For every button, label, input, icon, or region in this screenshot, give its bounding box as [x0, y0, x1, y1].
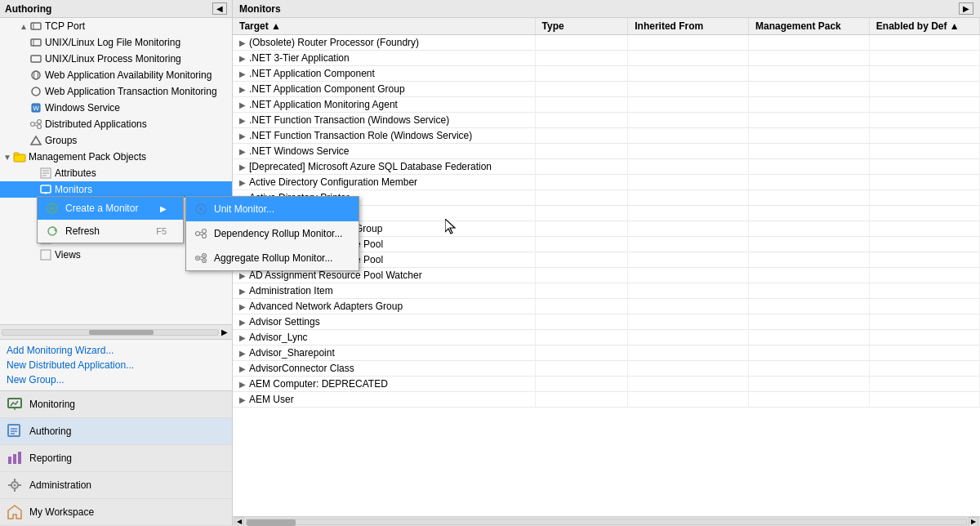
tree-item-distributed-apps[interactable]: ▶ Distributed Applications	[0, 116, 232, 132]
svg-rect-39	[13, 454, 16, 464]
cell-mgmt	[749, 128, 870, 144]
table-row[interactable]: ▶.NET Application Component	[233, 66, 980, 82]
cell-inherited	[628, 66, 749, 82]
svg-rect-38	[8, 457, 11, 464]
tree-item-tcp-port[interactable]: ▲ TCP Port	[0, 18, 232, 34]
sidebar-collapse-btn[interactable]: ◀	[212, 2, 227, 15]
new-distributed-application-link[interactable]: New Distributed Application...	[7, 358, 225, 372]
cell-type	[535, 113, 628, 128]
table-row[interactable]: ▶.NET Application Component Group	[233, 82, 980, 97]
tree-label-tcp-port: TCP Port	[45, 20, 85, 32]
cell-enabled	[869, 283, 979, 299]
horizontal-scrollbar[interactable]: ◀ ▶	[233, 516, 980, 526]
tree-item-windows-service[interactable]: ▶ W Windows Service	[0, 100, 232, 116]
sidebar-footer: Add Monitoring Wizard... New Distributed…	[0, 340, 232, 390]
col-header-mgmt[interactable]: Management Pack	[749, 18, 870, 35]
scroll-right-btn2[interactable]: ▶	[969, 517, 978, 527]
col-header-type[interactable]: Type	[535, 18, 628, 35]
table-row[interactable]: ▶.NET Windows Service	[233, 144, 980, 159]
svg-line-62	[200, 256, 203, 257]
tree-label-views: Views	[55, 249, 81, 261]
svg-point-5	[32, 71, 40, 79]
context-menu-item-create-monitor[interactable]: Create a Monitor ▶	[38, 197, 183, 220]
tree-item-web-availability[interactable]: ▶ Web Application Availability Monitorin…	[0, 67, 232, 83]
tree-item-monitors[interactable]: ▶ Monitors	[0, 181, 232, 198]
cell-mgmt	[749, 283, 870, 299]
cell-enabled	[869, 51, 979, 66]
cell-target: ▶AEM Computer: DEPRECATED	[233, 377, 535, 392]
svg-rect-22	[41, 185, 51, 193]
cell-inherited	[628, 35, 749, 51]
cell-inherited	[628, 221, 749, 237]
table-row[interactable]: ▶.NET 3-Tier Application	[233, 51, 980, 66]
nav-item-monitoring[interactable]: Monitoring	[0, 391, 232, 418]
submenu-item-dependency-rollup[interactable]: Dependency Rollup Monitor...	[186, 221, 359, 246]
col-header-inherited[interactable]: Inherited From	[628, 18, 749, 35]
create-monitor-icon	[44, 200, 60, 216]
table-row[interactable]: ▶Advisor Settings	[233, 314, 980, 330]
cell-target: ▶Advisor Settings	[233, 314, 535, 330]
cell-inherited	[628, 237, 749, 252]
cell-type	[535, 128, 628, 144]
cell-inherited	[628, 252, 749, 268]
cell-type	[535, 299, 628, 314]
tree-item-attributes[interactable]: ▶ Attributes	[0, 165, 232, 181]
cell-type	[535, 314, 628, 330]
tree-item-unix-log[interactable]: ▶ UNIX/Linux Log File Monitoring	[0, 34, 232, 51]
table-row[interactable]: ▶Active Directory Configuration Member	[233, 175, 980, 190]
svg-point-11	[38, 120, 42, 124]
table-row[interactable]: ▶(Obsolete) Router Processor (Foundry)	[233, 35, 980, 51]
cell-target: ▶(Obsolete) Router Processor (Foundry)	[233, 35, 535, 51]
cell-mgmt	[749, 144, 870, 159]
cell-enabled	[869, 299, 979, 314]
table-row[interactable]: ▶AEM Computer: DEPRECATED	[233, 377, 980, 392]
cell-mgmt	[749, 299, 870, 314]
svg-point-6	[34, 71, 38, 79]
cell-enabled	[869, 113, 979, 128]
cell-type	[535, 97, 628, 113]
content-scroll-btn[interactable]: ▶	[959, 2, 973, 15]
table-row[interactable]: ▶[Deprecated] Microsoft Azure SQL Databa…	[233, 159, 980, 175]
table-row[interactable]: ▶Advanced Network Adapters Group	[233, 299, 980, 314]
scroll-left-btn[interactable]: ◀	[234, 517, 244, 527]
tree-item-unix-process[interactable]: ▶ UNIX/Linux Process Monitoring	[0, 51, 232, 67]
table-row[interactable]: ▶AdvisorConnector Class	[233, 361, 980, 377]
nav-item-reporting[interactable]: Reporting	[0, 445, 232, 472]
cell-inherited	[628, 190, 749, 206]
aggregate-rollup-icon	[193, 250, 209, 266]
table-row[interactable]: ▶.NET Application Monitoring Agent	[233, 97, 980, 113]
nav-item-administration[interactable]: Administration	[0, 472, 232, 499]
cell-type	[535, 51, 628, 66]
col-header-enabled[interactable]: Enabled by Def ▲	[869, 18, 979, 35]
cell-mgmt	[749, 377, 870, 392]
context-menu-item-refresh[interactable]: Refresh F5	[38, 220, 183, 243]
table-row[interactable]: ▶.NET Function Transaction Role (Windows…	[233, 128, 980, 144]
new-group-link[interactable]: New Group...	[7, 372, 225, 387]
tree-item-groups[interactable]: ▶ Groups	[0, 132, 232, 149]
add-monitoring-wizard-link[interactable]: Add Monitoring Wizard...	[7, 343, 225, 358]
tree-item-web-transaction[interactable]: ▶ Web Application Transaction Monitoring	[0, 83, 232, 100]
cell-target: ▶AdvisorConnector Class	[233, 361, 535, 377]
nav-item-authoring[interactable]: Authoring	[0, 418, 232, 445]
table-row[interactable]: ▶AEM User	[233, 392, 980, 408]
cell-enabled	[869, 361, 979, 377]
tree-item-mgmt-pack-objects[interactable]: ▼ Management Pack Objects	[0, 149, 232, 165]
submenu-item-aggregate-rollup[interactable]: Aggregate Rollup Monitor...	[186, 246, 359, 270]
cell-target: ▶.NET Windows Service	[233, 144, 535, 159]
cell-mgmt	[749, 175, 870, 190]
submenu-item-unit-monitor[interactable]: Unit Monitor...	[186, 197, 359, 221]
nav-item-my-workspace[interactable]: My Workspace	[0, 499, 232, 526]
cell-target: ▶.NET Function Transaction (Windows Serv…	[233, 113, 535, 128]
table-row[interactable]: ▶Advisor_Sharepoint	[233, 345, 980, 361]
svg-point-53	[199, 207, 203, 211]
svg-line-57	[200, 232, 203, 233]
table-row[interactable]: ▶.NET Function Transaction (Windows Serv…	[233, 113, 980, 128]
cell-mgmt	[749, 237, 870, 252]
table-row[interactable]: ▶Administration Item	[233, 283, 980, 299]
scroll-right-btn[interactable]: ▶	[219, 327, 230, 337]
context-menu-label-create-monitor: Create a Monitor	[65, 203, 138, 214]
table-row[interactable]: ▶Advisor_Lync	[233, 330, 980, 345]
svg-point-10	[31, 123, 35, 127]
col-header-target[interactable]: Target ▲	[233, 18, 535, 35]
submenu: Unit Monitor... Dependency Rollup Monito…	[185, 196, 359, 271]
